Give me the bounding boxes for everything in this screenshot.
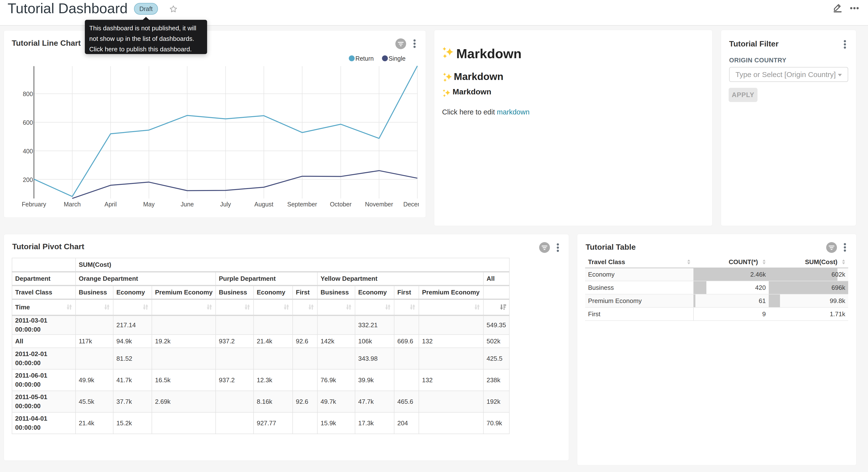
svg-text:March: March xyxy=(64,201,81,208)
svg-text:June: June xyxy=(181,201,194,208)
svg-text:October: October xyxy=(330,201,351,208)
svg-text:April: April xyxy=(104,201,117,208)
svg-text:Return: Return xyxy=(355,55,374,62)
svg-text:May: May xyxy=(143,201,155,208)
svg-text:600: 600 xyxy=(23,119,33,126)
svg-text:400: 400 xyxy=(23,148,33,154)
svg-text:July: July xyxy=(220,201,231,208)
svg-text:February: February xyxy=(22,201,46,208)
svg-text:200: 200 xyxy=(23,176,33,183)
svg-text:December: December xyxy=(403,201,419,208)
svg-text:800: 800 xyxy=(23,90,33,97)
svg-text:November: November xyxy=(365,201,393,208)
svg-text:Single: Single xyxy=(389,55,405,62)
svg-text:September: September xyxy=(287,201,317,208)
svg-text:August: August xyxy=(254,201,273,208)
